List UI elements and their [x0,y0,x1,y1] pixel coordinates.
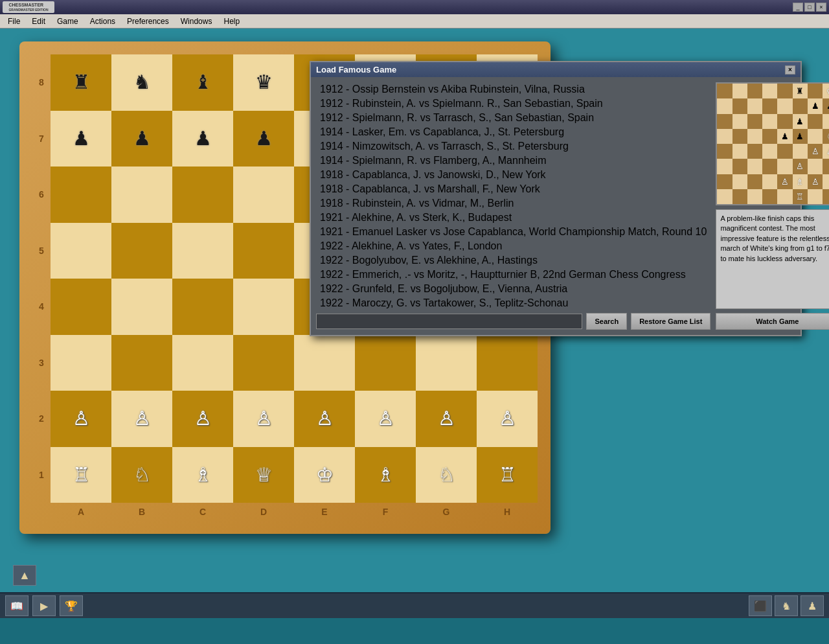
mini-sq [732,189,747,204]
mini-sq [732,144,747,159]
game-list[interactable]: 1912 - Ossip Bernstein vs Akiba Rubinste… [316,82,710,309]
mini-sq [717,84,732,98]
rank-label-7: 7 [32,111,51,167]
file-label-h: H [477,503,538,521]
menu-preferences[interactable]: Preferences [122,16,174,27]
sq-a2: ♙ [51,391,111,447]
mini-sq [762,159,777,174]
game-list-item[interactable]: 1914 - Lasker, Em. vs Capablanca, J., St… [316,125,710,139]
close-button[interactable]: × [816,3,826,12]
game-list-item[interactable]: 1921 - Alekhine, A. vs Sterk, K., Budape… [316,211,710,225]
game-list-item[interactable]: 1922 - Maroczy, G. vs Tartakower, S., Te… [316,296,710,309]
sq-b6 [111,167,172,223]
trophy-button[interactable]: 🏆 [60,595,83,616]
game-list-item[interactable]: 1912 - Ossip Bernstein vs Akiba Rubinste… [316,82,710,97]
search-button[interactable]: Search [586,313,627,330]
sq-a1: ♖ [51,447,111,503]
load-famous-game-dialog: Load Famous Game × 1912 - Ossip Bernstei… [310,61,802,336]
game-list-item[interactable]: 1922 - Alekhine, A. vs Yates, F., London [316,239,710,253]
mini-sq [732,129,747,144]
play-button[interactable]: ▶ [32,595,56,616]
mini-sq [762,174,777,189]
title-bar-left: CHESSMASTERGRANDMASTER EDITION [3,1,54,13]
sq-d6 [233,167,294,223]
mini-sq [717,129,732,144]
maximize-button[interactable]: □ [804,3,815,12]
mini-sq [823,114,829,129]
app-logo: CHESSMASTERGRANDMASTER EDITION [3,1,54,13]
mini-sq [732,114,747,129]
mini-sq [777,84,792,98]
sq-b8: ♞ [111,54,172,111]
sq-d2: ♙ [233,391,294,447]
game-list-item[interactable]: 1922 - Grunfeld, E. vs Bogoljubow, E., V… [316,282,710,296]
mini-sq: ♟ [793,114,808,129]
restore-game-list-button[interactable]: Restore Game List [631,313,710,330]
menu-edit[interactable]: Edit [27,16,51,27]
game-list-item[interactable]: 1912 - Spielmann, R. vs Tarrasch, S., Sa… [316,111,710,125]
mini-sq [717,159,732,174]
mini-sq [762,129,777,144]
window-controls[interactable]: _ □ × [793,3,826,12]
sq-d1: ♕ [233,447,294,503]
sq-a5 [51,223,111,279]
menu-actions[interactable]: Actions [85,16,120,27]
file-label-f: F [355,503,416,521]
search-input[interactable] [316,314,582,329]
game-list-item[interactable]: 1922 - Bogolyubov, E. vs Alekhine, A., H… [316,253,710,268]
sq-a7: ♟ [51,111,111,167]
mini-sq: ♔ [823,84,829,98]
sq-g3 [416,335,477,391]
menu-game[interactable]: Game [52,16,84,27]
dialog-close-button[interactable]: × [785,65,795,75]
mini-sq: ♗ [793,174,808,189]
mini-sq [762,114,777,129]
dialog-body: 1912 - Ossip Bernstein vs Akiba Rubinste… [311,77,801,335]
knight-button[interactable]: ♞ [775,595,798,616]
mini-sq [808,159,823,174]
scroll-up-button[interactable]: ▲ [13,565,36,586]
mini-sq: ♙ [793,159,808,174]
game-list-item[interactable]: 1914 - Spielmann, R. vs Flamberg, A., Ma… [316,154,710,168]
mini-sq: ♜ [793,84,808,98]
sq-e3 [294,335,355,391]
game-list-item[interactable]: 1918 - Capablanca, J. vs Janowski, D., N… [316,168,710,182]
bottom-left-controls: 📖 ▶ 🏆 [5,595,83,616]
file-label-b: B [111,503,172,521]
rank-label-2: 2 [32,391,51,447]
sq-c6 [172,167,233,223]
minimize-button[interactable]: _ [793,3,803,12]
menu-help[interactable]: Help [218,16,245,27]
mini-sq [777,159,792,174]
game-list-container: 1912 - Ossip Bernstein vs Akiba Rubinste… [316,82,710,309]
mini-sq [747,84,762,98]
rank-label-5: 5 [32,223,51,279]
mini-sq [762,144,777,159]
game-list-item[interactable]: 1912 - Rubinstein, A. vs Spielmann. R., … [316,97,710,111]
sq-d5 [233,223,294,279]
mini-sq [823,159,829,174]
rank-label-3: 3 [32,335,51,391]
menu-file[interactable]: File [3,16,25,27]
game-list-item[interactable]: 1922 - Emmerich, .- vs Moritz, -, Hauptt… [316,268,710,282]
sq-a4 [51,279,111,335]
sq-f2: ♙ [355,391,416,447]
mini-sq: ♙ [808,174,823,189]
mini-sq [793,144,808,159]
file-label-a: A [51,503,111,521]
sq-h3 [477,335,538,391]
mini-sq [732,98,747,113]
game-list-item[interactable]: 1918 - Capablanca, J. vs Marshall, F., N… [316,182,710,196]
file-label-c: C [172,503,233,521]
book-button[interactable]: 📖 [5,595,28,616]
sq-e2: ♙ [294,391,355,447]
menu-windows[interactable]: Windows [176,16,218,27]
board-view-button[interactable]: ⬛ [749,595,772,616]
mini-sq: ♙ [823,144,829,159]
sq-c1: ♗ [172,447,233,503]
watch-game-button[interactable]: Watch Game [716,313,829,330]
game-list-item[interactable]: 1918 - Rubinstein, A. vs Vidmar, M., Ber… [316,196,710,211]
game-list-item[interactable]: 1914 - Nimzowitsch, A. vs Tarrasch, S., … [316,139,710,154]
game-list-item[interactable]: 1921 - Emanuel Lasker vs Jose Capablanca… [316,225,710,239]
pawn-button[interactable]: ♟ [801,595,824,616]
